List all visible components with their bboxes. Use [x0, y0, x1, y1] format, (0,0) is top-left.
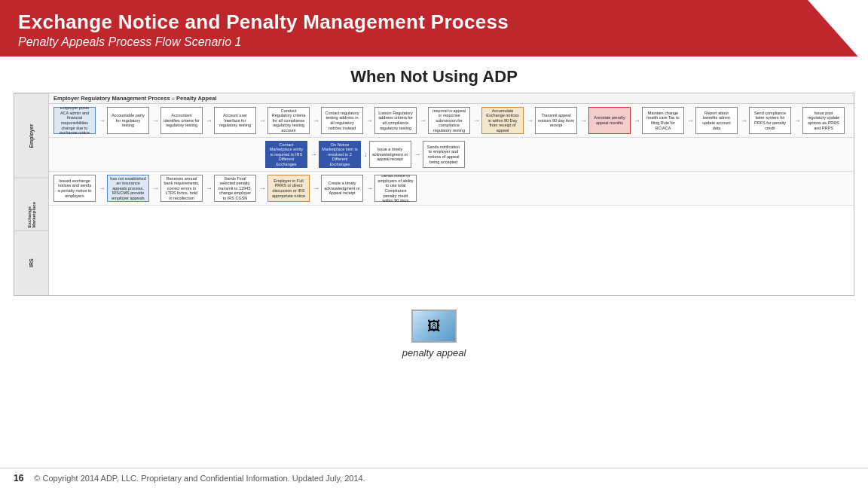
- arrow-5: →: [313, 117, 319, 124]
- exch-arrow-1: →: [310, 151, 317, 158]
- irs-flow-row: Issued exchange notices and sends a pena…: [49, 172, 854, 206]
- arrow-13: →: [741, 117, 747, 124]
- irs-arrow-4: →: [259, 185, 266, 192]
- irs-box-4: Sends Final selected penalty, transmit t…: [214, 175, 256, 202]
- emp-box-7: Liaison Regulatory address criteria for …: [374, 107, 417, 134]
- arrow-6: →: [366, 117, 373, 124]
- page-header: Exchange Notice and Penalty Management P…: [0, 0, 868, 56]
- exch-box-3: Issue a timely acknowledgment or appeal …: [369, 141, 411, 168]
- page-number: 16: [14, 473, 23, 483]
- row-label-exchange: Exchange Marketplace: [14, 178, 48, 231]
- page-footer: 16 © Copyright 2014 ADP, LLC. Proprietar…: [0, 468, 868, 488]
- emp-box-15: Issue post regulatory update options as …: [802, 107, 845, 134]
- emp-box-9: Accumulate Exchange notices in within 90…: [481, 107, 524, 134]
- exch-box-2: On Notice Marketplace item is resolved t…: [319, 141, 361, 168]
- irs-arrow-6: →: [366, 185, 373, 192]
- emp-box-2: Accountable party for regulatory testing: [107, 107, 149, 134]
- emp-box-13: Report about benefits admin update accou…: [695, 107, 738, 134]
- employer-flow-row: Employer posts ACA admin and financial r…: [49, 104, 854, 138]
- exchange-flow-row: Contact Marketplace entity is required t…: [49, 138, 854, 172]
- emp-box-1: Employer posts ACA admin and financial r…: [53, 107, 96, 134]
- arrow-15: →: [848, 117, 849, 124]
- row-labels: Employer Exchange Marketplace IRS: [14, 93, 49, 295]
- arrow-2: →: [152, 117, 159, 124]
- row-label-employer: Employer: [14, 93, 48, 178]
- irs-box-6: Create a timely acknowledgment or Appeal…: [321, 175, 363, 202]
- exch-box-4: Sends notification to employer and notio…: [423, 141, 465, 168]
- irs-box-2: When an Exchange has not established an …: [107, 175, 149, 202]
- irs-box-3: Receives annual bank requirements, corre…: [160, 175, 203, 202]
- thumbnail-label: penalty appeal: [402, 347, 466, 358]
- exch-box-1: Contact Marketplace entity is required t…: [265, 141, 307, 168]
- arrow-1: →: [99, 117, 105, 124]
- arrow-11: →: [634, 117, 640, 124]
- diagram-content: Employer Regulatory Management Process –…: [49, 93, 854, 295]
- emp-box-3: Accountant identifies criteria for regul…: [160, 107, 203, 134]
- arrow-7: →: [420, 117, 426, 124]
- emp-box-10: Transmit appeal notices 90 day from rece…: [535, 107, 577, 134]
- emp-box-4: Account user interface for regulatory te…: [214, 107, 256, 134]
- emp-box-12: Maintain change health care Tax to filin…: [642, 107, 684, 134]
- irs-arrow-5: →: [313, 185, 319, 192]
- emp-box-5: Conduct Regulatory criteria for all comp…: [267, 107, 310, 134]
- header-title: Exchange Notice and Penalty Management P…: [18, 11, 850, 34]
- arrow-12: →: [687, 117, 694, 124]
- copyright-text: © Copyright 2014 ADP, LLC. Proprietary a…: [34, 474, 365, 483]
- emp-box-14: Send compliance letter system for PRFS f…: [749, 107, 791, 134]
- irs-box-7: Sends notice to employers of ability to …: [374, 175, 417, 202]
- irs-box-1: Issued exchange notices and sends a pena…: [53, 175, 96, 202]
- arrow-9: →: [527, 117, 533, 124]
- irs-arrow-2: →: [152, 185, 159, 192]
- irs-arrow-3: →: [206, 185, 212, 192]
- section-title: When Not Using ADP: [0, 56, 868, 93]
- header-subtitle: Penalty Appeals Process Flow Scenario 1: [18, 35, 850, 49]
- exch-arrow-2: ↓: [364, 151, 368, 158]
- emp-box-6: Contact regulatory testing address in al…: [321, 107, 363, 134]
- arrow-3: →: [206, 117, 212, 124]
- thumbnail-area: penalty appeal: [0, 310, 868, 358]
- arrow-4: →: [259, 117, 266, 124]
- arrow-10: →: [580, 117, 587, 124]
- exch-arrow-3: →: [414, 151, 421, 158]
- emp-box-8: respond to appeal or response submission…: [428, 107, 470, 134]
- irs-arrow-1: →: [99, 185, 105, 192]
- emp-box-11: Annotate penalty appeal months: [588, 107, 631, 134]
- thumbnail-image: [411, 310, 457, 343]
- flow-diagram: Employer Exchange Marketplace IRS Employ…: [14, 93, 854, 296]
- row-label-irs: IRS: [14, 230, 48, 295]
- irs-box-5: Employer in Full PRRS or direct discussi…: [267, 175, 310, 202]
- diagram-title-bar: Employer Regulatory Management Process –…: [49, 93, 854, 104]
- arrow-8: →: [473, 117, 480, 124]
- arrow-14: →: [794, 117, 801, 124]
